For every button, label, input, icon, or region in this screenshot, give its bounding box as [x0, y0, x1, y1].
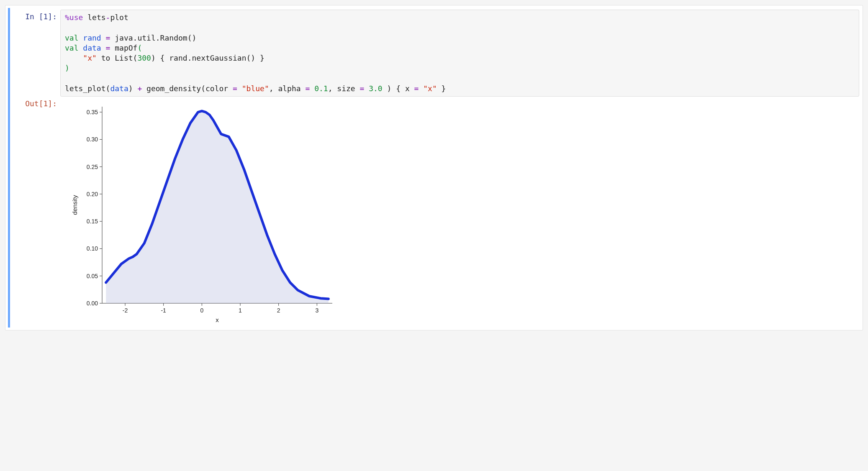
- code-token: ): [65, 64, 69, 72]
- code-token: , alpha: [269, 84, 306, 93]
- code-token: [310, 84, 314, 93]
- code-token: mapOf: [115, 44, 137, 52]
- input-prompt: In [1]:: [10, 10, 60, 21]
- code-token: data: [83, 44, 101, 52]
- code-token: =: [305, 84, 310, 93]
- svg-text:0.00: 0.00: [87, 300, 98, 307]
- output-row: Out[1]: 0.000.050.100.150.200.250.300.35…: [10, 97, 859, 326]
- code-token: geom_density(color: [142, 84, 233, 93]
- code-token: val: [65, 33, 79, 42]
- code-token: 0.1: [314, 84, 328, 93]
- code-token: [237, 84, 242, 93]
- svg-text:0.20: 0.20: [87, 191, 98, 197]
- code-token: , size: [328, 84, 360, 93]
- code-token: 3.0: [369, 84, 383, 93]
- code-token: -: [106, 13, 110, 22]
- code-token: [65, 54, 83, 62]
- code-token: java.util.Random(): [115, 33, 196, 42]
- code-token: ) { x: [383, 84, 414, 93]
- output-area: 0.000.050.100.150.200.250.300.35 -2-1012…: [60, 97, 859, 326]
- code-token: =: [106, 44, 110, 52]
- x-ticks: -2-10123: [123, 303, 319, 314]
- code-token: =: [233, 84, 237, 93]
- code-token: rand: [83, 33, 101, 42]
- svg-text:0.35: 0.35: [87, 109, 98, 115]
- code-token: =: [360, 84, 365, 93]
- density-fill: [106, 111, 329, 304]
- svg-text:1: 1: [239, 307, 242, 314]
- y-ticks: 0.000.050.100.150.200.250.300.35: [87, 109, 102, 307]
- code-token: [364, 84, 369, 93]
- svg-text:-1: -1: [161, 307, 166, 314]
- input-row: In [1]: %use lets-plot val rand = java.u…: [10, 10, 859, 97]
- y-axis-label: density: [71, 195, 78, 215]
- svg-text:0: 0: [200, 307, 203, 314]
- code-token: +: [137, 84, 142, 93]
- code-token: =: [106, 33, 110, 42]
- code-token: =: [414, 84, 419, 93]
- svg-text:0.25: 0.25: [87, 164, 98, 170]
- code-token: "x": [423, 84, 437, 93]
- code-token: plot: [110, 13, 128, 22]
- code-token: ) { rand.nextGaussian() }: [151, 54, 265, 62]
- code-token: }: [437, 84, 446, 93]
- code-token: "blue": [242, 84, 269, 93]
- code-token: "x": [83, 54, 97, 62]
- output-prompt: Out[1]:: [10, 97, 60, 108]
- svg-text:0.05: 0.05: [87, 273, 98, 279]
- code-token: data: [110, 84, 128, 93]
- svg-text:0.15: 0.15: [87, 218, 98, 225]
- plot-body: 0.000.050.100.150.200.250.300.35 -2-1012…: [71, 107, 332, 323]
- code-token: [419, 84, 423, 93]
- code-token: lets_plot(: [65, 84, 110, 93]
- density-plot: 0.000.050.100.150.200.250.300.35 -2-1012…: [64, 98, 349, 324]
- code-editor[interactable]: %use lets-plot val rand = java.util.Rand…: [60, 10, 859, 97]
- notebook-container: In [1]: %use lets-plot val rand = java.u…: [5, 5, 863, 330]
- code-cell: In [1]: %use lets-plot val rand = java.u…: [8, 8, 859, 328]
- code-token: 300: [137, 54, 151, 62]
- x-axis-label: x: [216, 316, 219, 323]
- code-token: ): [128, 84, 138, 93]
- code-token: lets: [87, 13, 105, 22]
- svg-text:2: 2: [277, 307, 280, 314]
- svg-text:0.10: 0.10: [87, 246, 98, 252]
- svg-text:3: 3: [315, 307, 318, 314]
- code-token: %use: [65, 13, 83, 22]
- svg-text:-2: -2: [123, 307, 128, 314]
- code-token: (: [137, 44, 142, 52]
- code-token: to List(: [97, 54, 138, 62]
- code-token: val: [65, 44, 79, 52]
- svg-text:0.30: 0.30: [87, 136, 98, 143]
